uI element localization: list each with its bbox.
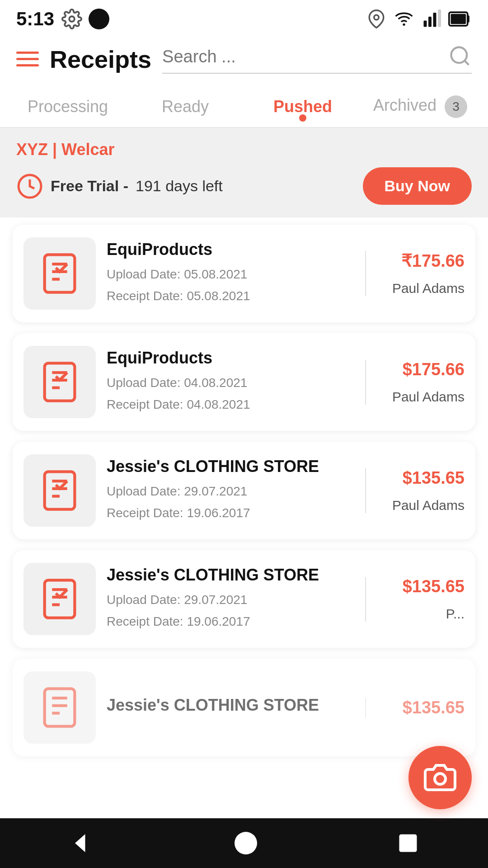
battery-icon (448, 9, 472, 28)
receipt-icon-wrap (23, 563, 96, 635)
svg-rect-5 (433, 13, 436, 27)
receipt-icon (37, 468, 82, 513)
receipt-upload-date: Upload Date: 04.08.2021 (107, 372, 354, 394)
svg-rect-28 (45, 689, 75, 726)
tab-pushed[interactable]: Pushed (244, 85, 361, 125)
nav-home-button[interactable] (232, 830, 259, 857)
receipt-name: EquiProducts (107, 349, 354, 368)
receipt-upload-date: Upload Date: 05.08.2021 (107, 264, 354, 285)
back-icon (68, 830, 95, 857)
receipt-user: Paul Adams (392, 281, 465, 296)
home-circle-icon (232, 830, 259, 857)
receipt-amount: $135.65 (403, 468, 465, 488)
trial-org-name: XYZ | Welcar (16, 140, 472, 159)
trial-info: Free Trial - 191 days left Buy Now (16, 167, 472, 205)
receipt-icon (37, 359, 82, 405)
status-time: 5:13 (16, 8, 54, 30)
receipt-card-partial[interactable]: Jessie's CLOTHING STORE $135.65 (13, 659, 475, 756)
menu-line-1 (16, 52, 39, 54)
svg-rect-4 (428, 17, 432, 27)
search-button[interactable] (448, 44, 472, 69)
receipt-name: Jessie's CLOTHING STORE (107, 457, 354, 476)
receipt-card[interactable]: EquiProducts Upload Date: 05.08.2021 Rec… (13, 225, 475, 322)
status-bar: 5:13 (0, 0, 488, 35)
nav-recents-button[interactable] (396, 831, 420, 855)
receipt-user: Paul Adams (392, 389, 465, 405)
camera-icon (424, 761, 456, 794)
receipt-icon (37, 576, 82, 622)
svg-rect-3 (424, 21, 427, 27)
svg-rect-35 (399, 835, 417, 852)
svg-point-0 (69, 16, 75, 22)
receipt-date: Receipt Date: 05.08.2021 (107, 285, 354, 307)
receipt-info: Jessie's CLOTHING STORE (107, 696, 354, 719)
receipt-info: EquiProducts Upload Date: 05.08.2021 Rec… (107, 240, 354, 307)
receipt-right: $135.65 P... (365, 577, 465, 622)
svg-marker-33 (75, 834, 85, 852)
receipt-user: P... (446, 606, 465, 622)
receipt-name: Jessie's CLOTHING STORE (107, 696, 354, 715)
location-icon (367, 9, 386, 28)
svg-line-10 (465, 61, 469, 65)
receipt-icon-wrap (23, 346, 96, 418)
receipt-name: EquiProducts (107, 240, 354, 259)
tab-ready[interactable]: Ready (127, 85, 244, 125)
receipt-name: Jessie's CLOTHING STORE (107, 566, 354, 585)
svg-rect-8 (451, 14, 466, 24)
receipt-icon-wrap (23, 237, 96, 310)
svg-rect-6 (438, 9, 441, 27)
header: Receipts (0, 35, 488, 83)
page-title: Receipts (50, 45, 151, 73)
dot-circle (89, 9, 109, 29)
receipt-icon (37, 685, 82, 730)
tab-ready-label: Ready (162, 97, 209, 116)
tab-archived-label: Archived (373, 96, 436, 114)
menu-line-2 (16, 58, 39, 60)
archived-badge: 3 (445, 95, 467, 118)
receipt-info: Jessie's CLOTHING STORE Upload Date: 29.… (107, 566, 354, 632)
menu-button[interactable] (16, 52, 39, 66)
trial-label: Free Trial - (51, 177, 128, 195)
receipt-amount: $135.65 (403, 698, 465, 717)
status-right (367, 9, 472, 28)
receipt-amount: $135.65 (403, 577, 465, 596)
tab-processing-label: Processing (28, 97, 108, 116)
buy-now-button[interactable]: Buy Now (363, 167, 472, 205)
search-input[interactable] (162, 47, 444, 66)
receipt-right: $135.65 Paul Adams (365, 468, 465, 513)
tab-pushed-label: Pushed (273, 97, 332, 116)
nav-back-button[interactable] (68, 830, 95, 857)
receipt-info: EquiProducts Upload Date: 04.08.2021 Rec… (107, 349, 354, 415)
trial-text: Free Trial - 191 days left (16, 173, 223, 200)
menu-line-3 (16, 64, 39, 66)
svg-point-2 (403, 24, 405, 26)
receipt-amount: $175.66 (403, 360, 465, 379)
signal-icon (422, 9, 441, 28)
receipt-right: $175.66 Paul Adams (365, 360, 465, 405)
receipt-icon-wrap (23, 671, 96, 744)
receipt-card[interactable]: EquiProducts Upload Date: 04.08.2021 Rec… (13, 333, 475, 431)
status-icons (61, 9, 109, 29)
trial-days: 191 days left (136, 177, 223, 195)
gear-icon (61, 9, 82, 29)
status-left: 5:13 (16, 8, 109, 30)
receipt-card[interactable]: Jessie's CLOTHING STORE Upload Date: 29.… (13, 442, 475, 539)
tab-archived[interactable]: Archived 3 (361, 83, 479, 127)
tabs-bar: Processing Ready Pushed Archived 3 (0, 83, 488, 127)
receipt-icon (37, 251, 82, 296)
receipt-card[interactable]: Jessie's CLOTHING STORE Upload Date: 29.… (13, 550, 475, 648)
wifi-icon (393, 9, 415, 28)
svg-point-1 (374, 15, 379, 20)
camera-fab-button[interactable] (408, 746, 472, 809)
tab-processing[interactable]: Processing (9, 85, 127, 125)
receipt-upload-date: Upload Date: 29.07.2021 (107, 481, 354, 502)
svg-point-32 (435, 774, 446, 784)
receipt-date: Receipt Date: 19.06.2017 (107, 502, 354, 524)
svg-point-9 (451, 47, 467, 63)
receipt-amount: ₹175.66 (401, 251, 465, 271)
bottom-nav (0, 818, 488, 868)
square-icon (396, 831, 420, 855)
receipt-info: Jessie's CLOTHING STORE Upload Date: 29.… (107, 457, 354, 524)
receipt-date: Receipt Date: 04.08.2021 (107, 394, 354, 415)
search-icon (448, 44, 472, 68)
